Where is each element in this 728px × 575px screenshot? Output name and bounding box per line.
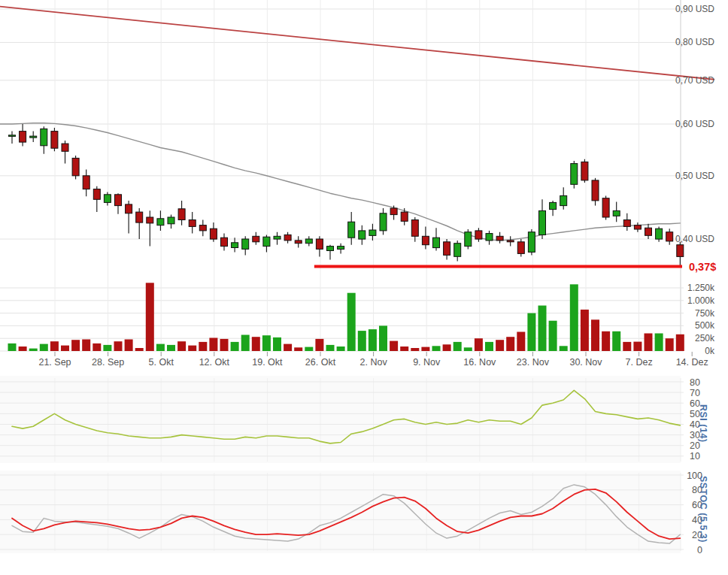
volume-bar[interactable] — [581, 310, 589, 351]
volume-bar[interactable] — [209, 338, 217, 352]
candle-body[interactable] — [486, 234, 493, 241]
candle-body[interactable] — [560, 195, 567, 205]
volume-bar[interactable] — [390, 341, 398, 351]
volume-bar[interactable] — [379, 325, 387, 351]
candle-body[interactable] — [30, 136, 37, 138]
candle-body[interactable] — [305, 239, 312, 244]
volume-bar[interactable] — [188, 346, 196, 351]
candle-body[interactable] — [401, 212, 408, 221]
volume-bar[interactable] — [93, 343, 101, 351]
candle-body[interactable] — [369, 230, 376, 235]
candle-body[interactable] — [656, 228, 663, 239]
volume-bar[interactable] — [347, 293, 356, 351]
candle-body[interactable] — [390, 208, 397, 215]
volume-bar[interactable] — [284, 344, 292, 351]
candle-body[interactable] — [104, 195, 111, 203]
candle-body[interactable] — [199, 225, 206, 231]
volume-bar[interactable] — [273, 337, 281, 351]
volume-bar[interactable] — [400, 347, 408, 351]
candle-body[interactable] — [550, 202, 557, 209]
candle-body[interactable] — [507, 241, 514, 242]
candle-body[interactable] — [465, 232, 472, 247]
candle-body[interactable] — [338, 247, 344, 250]
volume-bar[interactable] — [294, 347, 302, 351]
candle-body[interactable] — [232, 243, 238, 248]
candle-body[interactable] — [581, 162, 588, 180]
volume-bar[interactable] — [262, 335, 271, 351]
volume-bar[interactable] — [655, 334, 663, 352]
volume-bar[interactable] — [231, 342, 239, 351]
candle-body[interactable] — [178, 209, 185, 220]
candle-body[interactable] — [496, 236, 503, 241]
candle-body[interactable] — [444, 242, 450, 256]
volume-bar[interactable] — [125, 340, 133, 352]
candle-body[interactable] — [602, 198, 609, 217]
volume-bar[interactable] — [71, 340, 80, 351]
candle-body[interactable] — [41, 129, 47, 145]
volume-bar[interactable] — [453, 342, 462, 351]
volume-bar[interactable] — [560, 346, 568, 351]
candle-body[interactable] — [253, 236, 259, 242]
volume-bar[interactable] — [612, 331, 620, 351]
volume-bar[interactable] — [645, 334, 653, 352]
candle-body[interactable] — [242, 239, 249, 249]
candle-body[interactable] — [93, 189, 100, 200]
volume-bar[interactable] — [358, 331, 366, 351]
volume-bar[interactable] — [411, 348, 419, 351]
volume-bar[interactable] — [305, 347, 313, 351]
volume-bar[interactable] — [167, 345, 175, 351]
candle-body[interactable] — [623, 220, 630, 227]
volume-bar[interactable] — [61, 346, 69, 351]
candle-body[interactable] — [517, 242, 524, 254]
volume-bar[interactable] — [602, 331, 610, 351]
candle-body[interactable] — [422, 236, 429, 244]
volume-bar[interactable] — [135, 348, 144, 351]
volume-bar[interactable] — [103, 345, 111, 351]
volume-bar[interactable] — [177, 341, 186, 351]
volume-bar[interactable] — [623, 342, 631, 351]
candle-body[interactable] — [411, 220, 418, 237]
volume-bar[interactable] — [29, 349, 38, 351]
volume-bar[interactable] — [146, 283, 154, 351]
candle-body[interactable] — [9, 135, 16, 137]
candle-body[interactable] — [348, 222, 355, 238]
candle-body[interactable] — [677, 245, 684, 257]
candle-body[interactable] — [613, 210, 620, 216]
volume-bar[interactable] — [527, 313, 535, 351]
volume-bar[interactable] — [315, 339, 323, 351]
volume-bar[interactable] — [337, 347, 345, 351]
volume-bar[interactable] — [432, 346, 441, 351]
candle-body[interactable] — [136, 212, 143, 222]
candle-body[interactable] — [528, 232, 535, 253]
candle-body[interactable] — [539, 210, 546, 235]
candle-body[interactable] — [274, 236, 281, 239]
volume-bar[interactable] — [633, 342, 642, 351]
volume-bar[interactable] — [475, 338, 483, 351]
volume-bar[interactable] — [570, 284, 578, 351]
volume-bar[interactable] — [464, 347, 472, 351]
volume-bar[interactable] — [82, 340, 90, 352]
chart-canvas[interactable]: 0,90 USD0,80 USD0,70 USD0,60 USD0,50 USD… — [0, 0, 728, 575]
candle-body[interactable] — [454, 244, 461, 257]
volume-bar[interactable] — [369, 329, 377, 351]
volume-bar[interactable] — [156, 344, 165, 351]
volume-bar[interactable] — [199, 342, 207, 351]
volume-bar[interactable] — [114, 341, 123, 351]
candle-body[interactable] — [147, 217, 153, 223]
candle-body[interactable] — [62, 144, 68, 151]
candle-body[interactable] — [72, 158, 79, 175]
candle-body[interactable] — [221, 238, 228, 246]
candle-body[interactable] — [20, 132, 26, 143]
candle-body[interactable] — [115, 195, 122, 206]
volume-bar[interactable] — [591, 319, 599, 351]
candle-body[interactable] — [380, 213, 387, 231]
volume-bar[interactable] — [241, 335, 250, 352]
volume-bar[interactable] — [40, 344, 48, 351]
volume-bar[interactable] — [676, 334, 684, 351]
volume-bar[interactable] — [19, 347, 27, 351]
volume-bar[interactable] — [252, 337, 260, 351]
candle-body[interactable] — [645, 228, 652, 235]
volume-bar[interactable] — [538, 306, 547, 352]
candle-body[interactable] — [126, 204, 132, 213]
volume-bar[interactable] — [549, 321, 557, 351]
